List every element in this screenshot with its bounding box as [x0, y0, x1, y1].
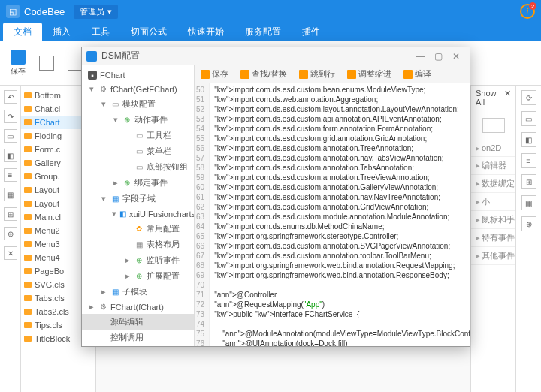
close-button[interactable]: ✕: [447, 51, 465, 62]
save-icon: [11, 50, 26, 65]
code-editor[interactable]: 5051525354555657585960616263646566676869…: [195, 83, 470, 346]
menu-bar: 文档插入工具切面公式快速开始服务配置插件: [0, 23, 541, 41]
caret-icon: ▸: [112, 178, 119, 188]
tool-button[interactable]: ✕: [4, 246, 17, 260]
dialog-toolbar: 保存查找/替换跳到行调整缩进编译: [195, 65, 470, 83]
node-icon: ⊕: [122, 116, 131, 125]
menu-tab[interactable]: 插件: [292, 23, 331, 41]
node-icon: ⚙: [98, 303, 107, 312]
app-logo-icon: ◱: [6, 5, 20, 18]
panel-section[interactable]: ▸数据绑定: [471, 175, 515, 193]
doc-icon: [68, 56, 83, 71]
panel-section[interactable]: ▸编辑器: [471, 157, 515, 175]
tool-icon: [201, 70, 210, 79]
tool-button[interactable]: ◧: [4, 149, 17, 162]
ribbon-button[interactable]: [35, 54, 59, 72]
tree-node[interactable]: ▸⊕绑定事件: [82, 175, 194, 191]
code-content[interactable]: "kw">import com.ds.esd.custom.bean.enums…: [210, 83, 470, 346]
tool-button[interactable]: ⟳: [521, 90, 536, 105]
tool-button[interactable]: ▭: [4, 129, 17, 143]
menu-tab[interactable]: 插入: [42, 23, 81, 41]
doc-icon: [39, 56, 54, 71]
tool-icon: [347, 70, 356, 79]
caret-icon: ▾: [88, 84, 95, 94]
tree-node[interactable]: ▭菜单栏: [82, 143, 194, 159]
undo-button[interactable]: ↶: [4, 90, 17, 104]
tool-button[interactable]: ⊕: [4, 227, 17, 240]
tree-node[interactable]: ▸▦子模块: [82, 284, 194, 300]
node-icon: ⚙: [98, 85, 107, 94]
tool-icon: [299, 70, 308, 79]
panel-section[interactable]: ▸小: [471, 193, 515, 211]
node-icon: ◧: [119, 210, 126, 219]
tree-root[interactable]: ▪ FChart: [82, 68, 194, 82]
toolbar-button[interactable]: 查找/替换: [237, 67, 290, 81]
tool-button[interactable]: ⊞: [4, 207, 17, 221]
panel-section[interactable]: ▸on2D: [471, 140, 515, 157]
tree-node[interactable]: ▸⊕扩展配置: [82, 268, 194, 284]
tree-node[interactable]: ▾⚙fChart(GetFChart): [82, 82, 194, 96]
toolbar-button[interactable]: 编译: [400, 67, 434, 81]
caret-icon: ▾: [100, 194, 107, 204]
tool-icon: [240, 70, 249, 79]
tree-node[interactable]: ▾▭模块配置: [82, 96, 194, 112]
close-icon[interactable]: ✕: [504, 89, 511, 107]
maximize-button[interactable]: ▢: [429, 51, 447, 62]
node-icon: ⊕: [122, 179, 131, 188]
panel-section[interactable]: ▸特有事件: [471, 229, 515, 247]
tree-node[interactable]: ▾◧xuiUIFusionchartsxt1: [82, 207, 194, 221]
redo-button[interactable]: ↷: [4, 110, 17, 123]
menu-tab[interactable]: 文档: [3, 23, 42, 41]
node-icon: ✿: [134, 225, 144, 234]
dialog-tree: ▪ FChart ▾⚙fChart(GetFChart)▾▭模块配置▾⊕动作事件…: [82, 65, 195, 346]
node-icon: ▭: [110, 100, 119, 109]
toolbar-button[interactable]: 调整缩进: [344, 67, 394, 81]
menu-tab[interactable]: 工具: [81, 23, 120, 41]
caret-icon: ▸: [124, 271, 131, 281]
show-all-toggle[interactable]: Show All ✕: [471, 86, 515, 110]
tree-node[interactable]: ✿常用配置: [82, 221, 194, 237]
tool-button[interactable]: ▦: [521, 195, 536, 210]
caret-icon: ▾: [112, 209, 116, 219]
ribbon-save-button[interactable]: 保存: [6, 48, 30, 78]
tree-node[interactable]: 控制调用: [82, 330, 194, 345]
tree-node[interactable]: ▦表格布局: [82, 237, 194, 252]
panel-section[interactable]: ▸其他事件: [471, 247, 515, 265]
toolbar-button[interactable]: 保存: [198, 67, 231, 81]
tree-node[interactable]: ▸⚙FChart(fChart): [82, 300, 194, 314]
node-icon: ⊕: [134, 256, 144, 265]
tool-button[interactable]: ▦: [4, 188, 17, 201]
dialog-titlebar[interactable]: DSM配置 — ▢ ✕: [82, 47, 470, 65]
properties-panel: Show All ✕ ▸on2D▸编辑器▸数据绑定▸小▸鼠标和手势▸特有事件▸其…: [470, 86, 515, 392]
tree-node[interactable]: ▾▦字段子域: [82, 191, 194, 207]
menu-tab[interactable]: 切面公式: [120, 23, 177, 41]
module-icon: ▪: [88, 71, 97, 80]
user-dropdown[interactable]: 管理员 ▾: [74, 5, 118, 19]
menu-tab[interactable]: 快速开始: [177, 23, 234, 41]
tool-button[interactable]: ⊕: [521, 216, 536, 231]
left-vertical-toolbar: ↶ ↷ ▭ ◧ ≡ ▦ ⊞ ⊕ ✕: [0, 86, 21, 392]
tool-button[interactable]: ◧: [521, 132, 536, 147]
minimize-button[interactable]: —: [411, 51, 429, 62]
node-icon: ▦: [110, 194, 119, 204]
tool-button[interactable]: ≡: [4, 168, 17, 182]
node-icon: ▦: [134, 240, 144, 249]
right-vertical-toolbar: ⟳ ▭ ◧ ≡ ⊞ ▦ ⊕: [515, 86, 541, 392]
caret-icon: ▾: [112, 115, 119, 125]
tree-node[interactable]: ▭底部按钮组: [82, 159, 194, 175]
tree-node[interactable]: 源码编辑: [82, 314, 194, 330]
tool-button[interactable]: ▭: [521, 111, 536, 126]
tool-button[interactable]: ≡: [521, 153, 536, 168]
tree-node[interactable]: ▾⊕动作事件: [82, 112, 194, 128]
menu-tab[interactable]: 服务配置: [234, 23, 292, 41]
toolbar-button[interactable]: 跳到行: [296, 67, 338, 81]
title-bar: ◱ CodeBee 管理员 ▾ i 2: [0, 0, 541, 23]
tree-node[interactable]: ▸⊕监听事件: [82, 252, 194, 268]
node-icon: ▭: [134, 147, 144, 156]
tool-button[interactable]: ⊞: [521, 174, 536, 189]
info-icon[interactable]: i 2: [520, 4, 535, 19]
panel-section[interactable]: ▸鼠标和手势: [471, 211, 515, 229]
user-label: 管理员: [80, 6, 104, 17]
preview-box: [482, 118, 505, 133]
tree-node[interactable]: ▭工具栏: [82, 128, 194, 143]
